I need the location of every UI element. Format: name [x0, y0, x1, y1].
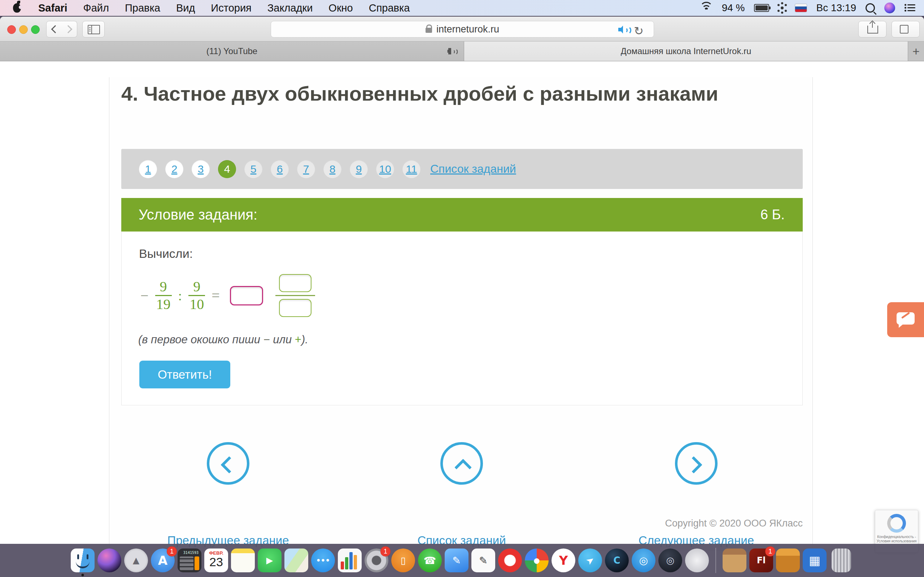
share-button[interactable] — [858, 21, 887, 37]
back-button[interactable] — [46, 21, 62, 37]
tab-interneturok[interactable]: Домашняя школа InternetUrok.ru — [464, 42, 908, 61]
menu-item-safari[interactable]: Safari — [30, 0, 76, 16]
support-chat-button[interactable] — [887, 302, 924, 337]
dock-app-dev-app[interactable]: C — [605, 548, 629, 572]
tab-audio-icon[interactable] — [618, 26, 628, 34]
close-window-button[interactable] — [7, 25, 16, 34]
pagination-item-6[interactable]: 6 — [271, 160, 289, 178]
menu-clock[interactable]: Вс 13:19 — [816, 2, 856, 14]
dock-app-pen-app[interactable]: ✎ — [472, 548, 495, 572]
pagination-item-11[interactable]: 11 — [402, 160, 420, 178]
dock-app-system-preferences[interactable]: 1 — [365, 548, 388, 572]
pagination-link-1[interactable]: 1 — [145, 163, 151, 175]
menu-item-2[interactable]: Правка — [117, 0, 168, 16]
minimize-window-button[interactable] — [19, 25, 28, 34]
menu-item-6[interactable]: Окно — [320, 0, 360, 16]
forward-button[interactable] — [62, 21, 77, 37]
recaptcha-logo-icon — [887, 514, 906, 533]
dock-app-charts[interactable] — [338, 548, 362, 572]
menu-item-1[interactable]: Файл — [76, 0, 117, 16]
battery-icon[interactable] — [754, 4, 769, 12]
notification-center-icon[interactable] — [905, 4, 915, 12]
wifi-icon[interactable] — [700, 3, 712, 12]
dock-app-steam[interactable]: ◎ — [658, 548, 682, 572]
pagination-link-3[interactable]: 3 — [198, 163, 204, 175]
pagination-item-7[interactable]: 7 — [297, 160, 315, 178]
camera-app-glyph: ◎ — [639, 554, 648, 567]
pagination-item-9[interactable]: 9 — [350, 160, 368, 178]
pagination-link-8[interactable]: 8 — [330, 163, 336, 175]
dock-app-facetime[interactable]: ▶ — [258, 548, 281, 572]
dock-app-crate-app[interactable] — [776, 548, 800, 572]
dots-status-icon[interactable] — [781, 6, 783, 10]
sidebar-toggle-button[interactable] — [82, 21, 105, 37]
messages-glyph: ••• — [316, 556, 330, 565]
dock-app-red-fl-app[interactable]: Fl1 — [749, 548, 773, 572]
pagination-item-10[interactable]: 10 — [376, 160, 394, 178]
pagination-item-5[interactable]: 5 — [244, 160, 262, 178]
menu-item-7[interactable]: Справка — [361, 0, 418, 16]
dev-app-icon: C — [605, 548, 629, 572]
zoom-window-button[interactable] — [31, 25, 40, 34]
previous-task-button[interactable] — [207, 442, 249, 485]
show-all-tabs-button[interactable] — [892, 21, 920, 37]
dock-app-calculator[interactable]: 3141593 — [178, 548, 201, 572]
dock-app-trash[interactable] — [829, 548, 853, 572]
pagination-item-1[interactable]: 1 — [139, 160, 157, 178]
pagination-link-10[interactable]: 10 — [379, 163, 391, 175]
menu-item-4[interactable]: История — [203, 0, 259, 16]
siri-icon[interactable] — [884, 3, 895, 13]
dock-app-messages[interactable]: ••• — [311, 548, 335, 572]
new-tab-button[interactable]: + — [908, 42, 924, 61]
dock-app-telegram[interactable]: ➤ — [578, 548, 602, 572]
sign-answer-input[interactable] — [230, 286, 263, 305]
dock-app-paint-app[interactable]: ✎ — [445, 548, 468, 572]
answer-button[interactable]: Ответить! — [139, 361, 230, 388]
pagination-link-11[interactable]: 11 — [406, 163, 417, 175]
menu-item-5[interactable]: Закладки — [260, 0, 321, 16]
denominator-input[interactable] — [279, 299, 312, 317]
next-task-button[interactable] — [675, 442, 717, 485]
pagination-item-4[interactable]: 4 — [218, 160, 236, 178]
pagination-link-4[interactable]: 4 — [224, 163, 230, 175]
pagination-item-8[interactable]: 8 — [323, 160, 341, 178]
dock-app-pinwheel-app[interactable]: ● — [525, 548, 549, 572]
dock-app-gray-circle-app[interactable] — [685, 548, 709, 572]
dock-app-archive-box-app[interactable] — [723, 548, 746, 572]
pagination-link-7[interactable]: 7 — [303, 163, 309, 175]
pagination-item-3[interactable]: 3 — [192, 160, 210, 178]
task-list-button[interactable] — [440, 442, 483, 485]
pagination-link-9[interactable]: 9 — [356, 163, 362, 175]
dock-app-blue-grid-app[interactable]: ▦ — [803, 548, 827, 572]
recaptcha-privacy-link[interactable]: Конфиденциальность - — [877, 535, 917, 539]
menu-item-3[interactable]: Вид — [168, 0, 203, 16]
numerator-input[interactable] — [279, 274, 312, 292]
dock-app-red-ring-app[interactable] — [498, 548, 522, 572]
input-language-flag-icon[interactable] — [795, 4, 807, 12]
pagination-task-list-link[interactable]: Список заданий — [430, 162, 516, 176]
pagination-item-2[interactable]: 2 — [165, 160, 183, 178]
url-text: interneturok.ru — [436, 24, 499, 35]
spotlight-search-icon[interactable] — [866, 3, 875, 13]
dock-app-launchpad[interactable]: ▲ — [124, 548, 148, 572]
dock-app-siri[interactable] — [97, 548, 121, 572]
pagination-link-6[interactable]: 6 — [277, 163, 283, 175]
dock-app-app-store[interactable]: A1 — [151, 548, 175, 572]
dock-app-camera-app[interactable]: ◎ — [632, 548, 656, 572]
apple-menu-icon[interactable] — [13, 3, 21, 13]
dock-app-finder[interactable] — [71, 548, 95, 572]
dock-app-books[interactable]: ▯ — [391, 548, 415, 572]
pagination-link-5[interactable]: 5 — [250, 163, 257, 175]
dock-app-maps[interactable] — [284, 548, 308, 572]
dock-app-calendar[interactable]: ФЕВР.23 — [204, 548, 228, 572]
tab-youtube[interactable]: (11) YouTube — [0, 42, 464, 61]
address-bar[interactable]: interneturok.ru ↻ — [271, 21, 654, 37]
app-store-glyph: A — [158, 553, 168, 567]
recaptcha-terms-link[interactable]: Условия использования — [877, 539, 917, 543]
reload-icon[interactable]: ↻ — [634, 24, 643, 38]
dock-app-yandex[interactable]: Y — [551, 548, 575, 572]
tab-mute-icon[interactable] — [447, 48, 455, 55]
pagination-link-2[interactable]: 2 — [171, 163, 178, 175]
dock-app-whatsapp[interactable]: ☎ — [418, 548, 442, 572]
dock-app-notes[interactable] — [231, 548, 255, 572]
